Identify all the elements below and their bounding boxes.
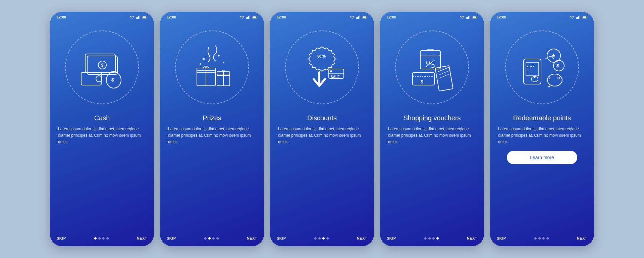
- vouchers-next[interactable]: NEXT: [467, 236, 477, 240]
- prizes-dashed-circle: [175, 30, 249, 104]
- wifi-icon-1: [130, 15, 135, 19]
- dot-d2: [318, 237, 321, 240]
- points-svg-icon: ★ PAY ★ $ ★: [515, 41, 569, 94]
- discounts-desc: Lorem ipsum dolor sit dim amet, mea regi…: [278, 126, 366, 145]
- time-4: 12:00: [387, 15, 396, 19]
- cash-icon-area: $ $: [50, 20, 154, 114]
- prizes-title: Prizes: [203, 114, 221, 122]
- dot-p4: [216, 237, 219, 240]
- svg-point-65: [534, 76, 536, 78]
- cash-dots: [94, 237, 109, 240]
- svg-rect-43: [470, 15, 471, 19]
- svg-point-56: [572, 18, 573, 18]
- cash-dashed-circle: $ $: [65, 30, 139, 104]
- svg-point-18: [203, 58, 205, 60]
- points-desc: Lorem ipsum dolor sit dim amet, mea regi…: [498, 126, 586, 145]
- cash-nav: SKIP NEXT: [50, 232, 154, 246]
- discounts-nav: SKIP NEXT: [270, 232, 374, 246]
- svg-point-19: [218, 55, 220, 57]
- points-nav: SKIP NEXT: [490, 232, 594, 246]
- battery-icon-5: [582, 16, 587, 18]
- svg-text:★: ★: [547, 84, 551, 88]
- status-bar-3: 12:00: [270, 12, 374, 20]
- svg-rect-14: [246, 17, 247, 19]
- wifi-icon-2: [240, 15, 245, 19]
- signal-icon-4: [466, 15, 471, 19]
- dot-p1: [204, 237, 207, 240]
- cash-svg-icon: $ $: [75, 41, 129, 94]
- vouchers-title: Shopping vouchers: [403, 114, 461, 122]
- phone-shopping-vouchers: 12:00: [380, 12, 484, 246]
- dot-d3-active: [322, 237, 325, 240]
- svg-rect-16: [248, 16, 249, 19]
- cash-desc: Lorem ipsum dolor sit dim amet, mea regi…: [58, 126, 146, 145]
- svg-rect-31: [358, 16, 359, 19]
- time-1: 12:00: [57, 15, 66, 19]
- battery-icon-3: [362, 16, 367, 18]
- dot-p2-active: [208, 237, 211, 240]
- prizes-icon-area: [160, 20, 264, 114]
- phones-container: 12:00 $: [50, 12, 594, 246]
- dot-3: [102, 237, 105, 240]
- dot-r3: [542, 237, 545, 240]
- dot-v4-active: [436, 237, 439, 240]
- cash-next[interactable]: NEXT: [137, 236, 147, 240]
- svg-point-21: [200, 63, 201, 65]
- svg-point-47: [431, 64, 434, 68]
- points-content: Redeemable points Lorem ipsum dolor sit …: [490, 114, 594, 232]
- points-dots: [534, 237, 549, 240]
- cash-skip[interactable]: SKIP: [57, 236, 66, 240]
- wifi-icon-3: [350, 15, 355, 19]
- svg-rect-2: [137, 17, 138, 19]
- time-3: 12:00: [277, 15, 286, 19]
- learn-more-button[interactable]: Learn more: [507, 151, 577, 164]
- svg-rect-32: [360, 15, 361, 19]
- discounts-content: Discounts Lorem ipsum dolor sit dim amet…: [270, 114, 374, 232]
- dot-v2: [428, 237, 431, 240]
- wifi-icon-4: [460, 15, 465, 19]
- svg-rect-29: [356, 17, 357, 19]
- points-next[interactable]: NEXT: [577, 236, 587, 240]
- vouchers-nav: SKIP NEXT: [380, 232, 484, 246]
- prizes-skip[interactable]: SKIP: [167, 236, 176, 240]
- phone-cash: 12:00 $: [50, 12, 154, 246]
- svg-point-0: [132, 18, 132, 18]
- vouchers-skip[interactable]: SKIP: [387, 236, 396, 240]
- discounts-title: Discounts: [307, 114, 337, 122]
- discounts-skip[interactable]: SKIP: [277, 236, 286, 240]
- dot-v3: [432, 237, 435, 240]
- cash-title: Cash: [94, 114, 110, 122]
- svg-point-71: [558, 77, 560, 79]
- discounts-next[interactable]: NEXT: [357, 236, 367, 240]
- svg-rect-45: [420, 51, 440, 56]
- dot-d1: [314, 237, 317, 240]
- vouchers-dashed-circle: $: [395, 30, 469, 104]
- phone-discounts: 12:00 50 % SAL: [270, 12, 374, 246]
- dot-p3: [212, 237, 215, 240]
- signal-icon-2: [246, 15, 251, 19]
- prizes-next[interactable]: NEXT: [247, 236, 257, 240]
- svg-point-28: [352, 18, 353, 18]
- svg-rect-62: [526, 62, 539, 76]
- svg-rect-17: [250, 15, 251, 19]
- battery-icon-4: [472, 16, 477, 18]
- svg-rect-30: [357, 17, 358, 19]
- points-title: Redeemable points: [513, 114, 571, 122]
- svg-rect-42: [468, 16, 469, 19]
- status-icons-3: [350, 15, 367, 19]
- svg-rect-49: [413, 72, 434, 85]
- vouchers-dots: [424, 237, 439, 240]
- status-bar-5: 12:00: [490, 12, 594, 20]
- wifi-icon-5: [570, 15, 575, 19]
- dot-r1: [534, 237, 537, 240]
- points-skip[interactable]: SKIP: [497, 236, 506, 240]
- svg-rect-59: [578, 16, 579, 19]
- discounts-dots: [314, 237, 329, 240]
- svg-text:$: $: [111, 77, 114, 82]
- svg-rect-41: [467, 17, 468, 19]
- status-icons-4: [460, 15, 477, 19]
- discounts-dashed-circle: 50 % SALE: [285, 30, 359, 104]
- status-icons-2: [240, 15, 257, 19]
- svg-rect-57: [576, 17, 577, 19]
- phone-prizes: 12:00: [160, 12, 264, 246]
